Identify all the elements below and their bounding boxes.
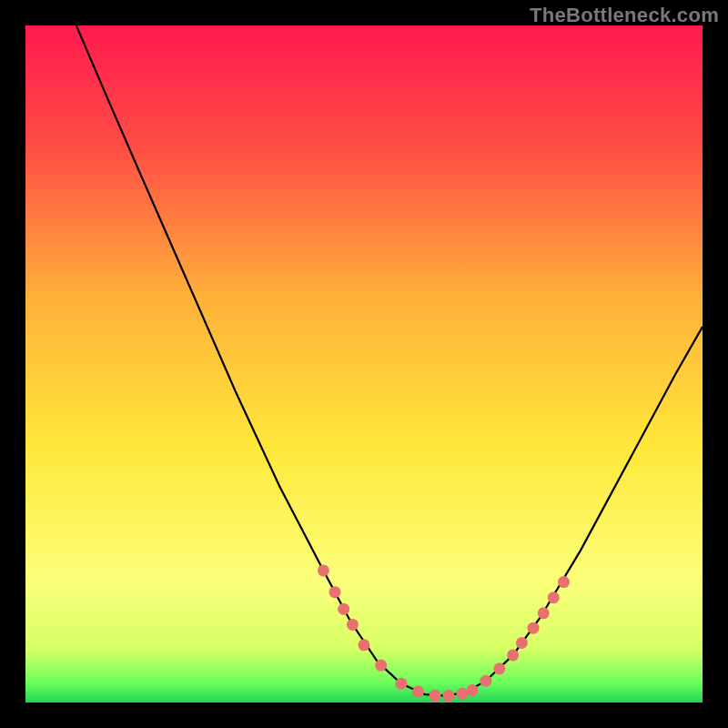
curve-marker [395,678,407,690]
curve-marker [443,690,455,702]
curve-marker [558,576,570,588]
curve-marker [480,675,491,687]
curve-marker [507,649,519,661]
curve-marker [375,660,387,672]
curve-marker [493,662,505,674]
bottleneck-curve-chart [25,25,703,703]
curve-marker [528,622,540,634]
curve-marker [430,690,441,702]
curve-marker [359,639,370,651]
curve-marker [456,688,468,700]
main-curve [76,25,703,696]
curve-marker [318,564,329,576]
curve-marker [329,586,341,598]
curve-marker [467,684,479,696]
curve-marker [538,607,550,619]
curve-marker [548,592,560,603]
curve-marker [338,603,349,615]
curve-marker [516,637,528,649]
watermark-text: TheBottleneck.com [530,4,719,27]
curve-marker [412,686,424,698]
curve-marker [347,619,359,631]
curve-markers [318,564,570,702]
